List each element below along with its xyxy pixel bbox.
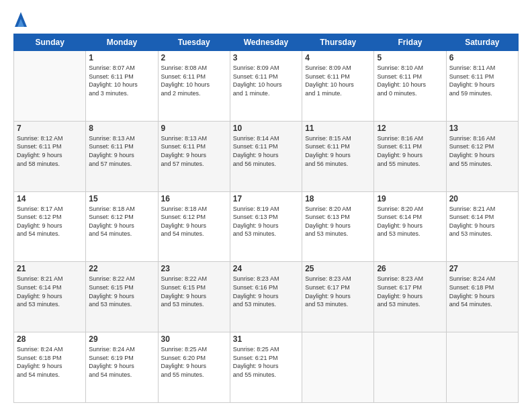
calendar-week-row: 14Sunrise: 8:17 AM Sunset: 6:12 PM Dayli…: [14, 191, 519, 262]
calendar-cell: 31Sunrise: 8:25 AM Sunset: 6:21 PM Dayli…: [230, 332, 302, 403]
dow-header: Friday: [374, 34, 446, 51]
day-info: Sunrise: 8:22 AM Sunset: 6:15 PM Dayligh…: [89, 275, 154, 308]
dow-header: Saturday: [446, 34, 518, 51]
day-info: Sunrise: 8:18 AM Sunset: 6:12 PM Dayligh…: [89, 205, 154, 238]
day-number: 14: [17, 194, 83, 203]
day-number: 17: [233, 194, 299, 203]
day-info: Sunrise: 8:16 AM Sunset: 6:11 PM Dayligh…: [377, 134, 443, 168]
calendar-table: SundayMondayTuesdayWednesdayThursdayFrid…: [13, 34, 519, 403]
day-info: Sunrise: 8:23 AM Sunset: 6:17 PM Dayligh…: [305, 275, 371, 308]
day-number: 2: [161, 53, 227, 62]
calendar-week-row: 28Sunrise: 8:24 AM Sunset: 6:18 PM Dayli…: [14, 332, 519, 403]
day-number: 13: [449, 124, 515, 133]
day-info: Sunrise: 8:24 AM Sunset: 6:18 PM Dayligh…: [17, 345, 83, 379]
day-number: 10: [233, 124, 299, 133]
day-info: Sunrise: 8:09 AM Sunset: 6:11 PM Dayligh…: [233, 64, 299, 97]
calendar-cell: 6Sunrise: 8:11 AM Sunset: 6:11 PM Daylig…: [446, 51, 518, 122]
day-info: Sunrise: 8:07 AM Sunset: 6:11 PM Dayligh…: [89, 64, 154, 97]
day-number: 3: [233, 53, 299, 62]
day-info: Sunrise: 8:13 AM Sunset: 6:11 PM Dayligh…: [89, 134, 154, 168]
calendar-week-row: 21Sunrise: 8:21 AM Sunset: 6:14 PM Dayli…: [14, 262, 519, 332]
dow-header: Sunday: [14, 34, 86, 51]
day-number: 7: [17, 124, 83, 133]
calendar-cell: 20Sunrise: 8:21 AM Sunset: 6:14 PM Dayli…: [446, 191, 518, 262]
calendar-cell: 15Sunrise: 8:18 AM Sunset: 6:12 PM Dayli…: [86, 191, 158, 262]
calendar-cell: 12Sunrise: 8:16 AM Sunset: 6:11 PM Dayli…: [374, 121, 446, 191]
day-info: Sunrise: 8:13 AM Sunset: 6:11 PM Dayligh…: [161, 134, 227, 168]
day-number: 28: [17, 334, 83, 344]
calendar-cell: 23Sunrise: 8:22 AM Sunset: 6:15 PM Dayli…: [158, 262, 230, 332]
day-info: Sunrise: 8:20 AM Sunset: 6:13 PM Dayligh…: [305, 205, 371, 238]
calendar-cell: 26Sunrise: 8:23 AM Sunset: 6:17 PM Dayli…: [374, 262, 446, 332]
calendar-cell: 9Sunrise: 8:13 AM Sunset: 6:11 PM Daylig…: [158, 121, 230, 191]
calendar-cell: [374, 332, 446, 403]
day-info: Sunrise: 8:24 AM Sunset: 6:18 PM Dayligh…: [449, 275, 515, 308]
day-info: Sunrise: 8:15 AM Sunset: 6:11 PM Dayligh…: [305, 134, 371, 168]
day-info: Sunrise: 8:17 AM Sunset: 6:12 PM Dayligh…: [17, 205, 83, 238]
calendar-cell: 17Sunrise: 8:19 AM Sunset: 6:13 PM Dayli…: [230, 191, 302, 262]
day-info: Sunrise: 8:24 AM Sunset: 6:19 PM Dayligh…: [89, 345, 154, 379]
calendar-cell: 8Sunrise: 8:13 AM Sunset: 6:11 PM Daylig…: [86, 121, 158, 191]
day-info: Sunrise: 8:19 AM Sunset: 6:13 PM Dayligh…: [233, 205, 299, 238]
day-info: Sunrise: 8:21 AM Sunset: 6:14 PM Dayligh…: [449, 205, 515, 238]
calendar-cell: 22Sunrise: 8:22 AM Sunset: 6:15 PM Dayli…: [86, 262, 158, 332]
day-info: Sunrise: 8:11 AM Sunset: 6:11 PM Dayligh…: [449, 64, 515, 97]
page: SundayMondayTuesdayWednesdayThursdayFrid…: [0, 0, 532, 411]
day-number: 15: [89, 194, 154, 203]
dow-header: Monday: [86, 34, 158, 51]
day-info: Sunrise: 8:23 AM Sunset: 6:16 PM Dayligh…: [233, 275, 299, 308]
day-info: Sunrise: 8:25 AM Sunset: 6:21 PM Dayligh…: [233, 345, 299, 379]
calendar-cell: 5Sunrise: 8:10 AM Sunset: 6:11 PM Daylig…: [374, 51, 446, 122]
day-number: 23: [161, 264, 227, 273]
calendar-cell: 10Sunrise: 8:14 AM Sunset: 6:11 PM Dayli…: [230, 121, 302, 191]
day-number: 27: [449, 264, 515, 273]
day-info: Sunrise: 8:10 AM Sunset: 6:11 PM Dayligh…: [377, 64, 443, 97]
day-number: 18: [305, 194, 371, 203]
calendar-cell: 2Sunrise: 8:08 AM Sunset: 6:11 PM Daylig…: [158, 51, 230, 122]
logo: [13, 12, 27, 27]
day-number: 19: [377, 194, 443, 203]
day-number: 30: [161, 334, 227, 344]
day-number: 4: [305, 53, 371, 62]
day-info: Sunrise: 8:16 AM Sunset: 6:12 PM Dayligh…: [449, 134, 515, 168]
day-number: 22: [89, 264, 154, 273]
day-number: 6: [449, 53, 515, 62]
calendar-cell: 13Sunrise: 8:16 AM Sunset: 6:12 PM Dayli…: [446, 121, 518, 191]
day-number: 21: [17, 264, 83, 273]
day-number: 9: [161, 124, 227, 133]
dow-header: Thursday: [302, 34, 374, 51]
calendar-cell: [302, 332, 374, 403]
day-info: Sunrise: 8:09 AM Sunset: 6:11 PM Dayligh…: [305, 64, 371, 97]
day-number: 20: [449, 194, 515, 203]
logo-text: [13, 12, 27, 27]
day-of-week-row: SundayMondayTuesdayWednesdayThursdayFrid…: [14, 34, 519, 51]
calendar-cell: 30Sunrise: 8:25 AM Sunset: 6:20 PM Dayli…: [158, 332, 230, 403]
day-number: 16: [161, 194, 227, 203]
calendar-cell: 4Sunrise: 8:09 AM Sunset: 6:11 PM Daylig…: [302, 51, 374, 122]
day-number: 1: [89, 53, 154, 62]
day-info: Sunrise: 8:25 AM Sunset: 6:20 PM Dayligh…: [161, 345, 227, 379]
calendar-cell: 11Sunrise: 8:15 AM Sunset: 6:11 PM Dayli…: [302, 121, 374, 191]
day-info: Sunrise: 8:14 AM Sunset: 6:11 PM Dayligh…: [233, 134, 299, 168]
day-number: 5: [377, 53, 443, 62]
day-number: 8: [89, 124, 154, 133]
day-info: Sunrise: 8:08 AM Sunset: 6:11 PM Dayligh…: [161, 64, 227, 97]
day-number: 25: [305, 264, 371, 273]
logo-icon: [15, 12, 27, 27]
calendar-cell: 28Sunrise: 8:24 AM Sunset: 6:18 PM Dayli…: [14, 332, 86, 403]
header: [13, 12, 519, 27]
day-info: Sunrise: 8:21 AM Sunset: 6:14 PM Dayligh…: [17, 275, 83, 308]
day-number: 26: [377, 264, 443, 273]
calendar-cell: 21Sunrise: 8:21 AM Sunset: 6:14 PM Dayli…: [14, 262, 86, 332]
day-info: Sunrise: 8:23 AM Sunset: 6:17 PM Dayligh…: [377, 275, 443, 308]
calendar-cell: [446, 332, 518, 403]
calendar-week-row: 1Sunrise: 8:07 AM Sunset: 6:11 PM Daylig…: [14, 51, 519, 122]
calendar-cell: 29Sunrise: 8:24 AM Sunset: 6:19 PM Dayli…: [86, 332, 158, 403]
calendar-cell: 24Sunrise: 8:23 AM Sunset: 6:16 PM Dayli…: [230, 262, 302, 332]
calendar-cell: 3Sunrise: 8:09 AM Sunset: 6:11 PM Daylig…: [230, 51, 302, 122]
calendar-cell: 25Sunrise: 8:23 AM Sunset: 6:17 PM Dayli…: [302, 262, 374, 332]
day-number: 12: [377, 124, 443, 133]
dow-header: Wednesday: [230, 34, 302, 51]
day-number: 11: [305, 124, 371, 133]
day-info: Sunrise: 8:12 AM Sunset: 6:11 PM Dayligh…: [17, 134, 83, 168]
